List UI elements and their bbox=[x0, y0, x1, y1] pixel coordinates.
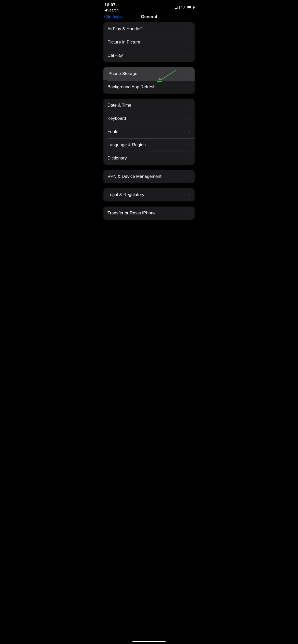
picture-in-picture-row[interactable]: Picture in Picture › bbox=[103, 36, 195, 49]
date-time-row[interactable]: Date & Time › bbox=[103, 99, 195, 112]
fonts-chevron: › bbox=[189, 130, 191, 134]
language-region-label: Language & Region bbox=[107, 142, 146, 148]
nav-bar: ‹ Settings General bbox=[99, 12, 199, 22]
signal-bar-1 bbox=[175, 8, 176, 9]
pip-chevron: › bbox=[189, 40, 191, 44]
background-refresh-row[interactable]: Background App Refresh › bbox=[103, 80, 195, 94]
transfer-reset-row[interactable]: Transfer or Reset iPhone › bbox=[103, 207, 195, 220]
time-display: 10:07 bbox=[104, 3, 118, 8]
language-region-right: › bbox=[189, 143, 191, 147]
battery-icon bbox=[187, 6, 194, 9]
dictionary-row[interactable]: Dictionary › bbox=[103, 152, 195, 165]
battery-fill bbox=[187, 6, 191, 8]
signal-bar-3 bbox=[178, 7, 178, 9]
vpn-device-chevron: › bbox=[189, 174, 191, 179]
keyboard-label: Keyboard bbox=[107, 116, 126, 121]
vpn-device-right: › bbox=[189, 174, 191, 179]
search-back: ◀ Search bbox=[104, 8, 118, 12]
settings-group-1: AirPlay & Handoff › Picture in Picture ›… bbox=[103, 22, 195, 62]
keyboard-chevron: › bbox=[189, 116, 191, 121]
signal-bar-4 bbox=[179, 6, 180, 9]
back-button[interactable]: ‹ Settings bbox=[103, 14, 122, 19]
background-refresh-right: › bbox=[189, 85, 191, 89]
carplay-row[interactable]: CarPlay › bbox=[103, 49, 195, 62]
airplay-handoff-right: › bbox=[189, 27, 191, 31]
airplay-handoff-chevron: › bbox=[189, 27, 191, 31]
keyboard-right: › bbox=[189, 116, 191, 121]
settings-group-3: Date & Time › Keyboard › Fonts › Languag… bbox=[103, 99, 195, 165]
fonts-row[interactable]: Fonts › bbox=[103, 125, 195, 138]
back-chevron-icon: ‹ bbox=[103, 14, 105, 19]
picture-in-picture-label: Picture in Picture bbox=[107, 40, 140, 45]
airplay-handoff-label: AirPlay & Handoff bbox=[107, 26, 142, 32]
settings-content: AirPlay & Handoff › Picture in Picture ›… bbox=[99, 22, 199, 220]
settings-group-6: Transfer or Reset iPhone › bbox=[103, 207, 195, 220]
vpn-device-label: VPN & Device Management bbox=[107, 174, 161, 179]
status-bar: 10:07 ◀ Search bbox=[99, 0, 199, 12]
search-back-label: Search bbox=[107, 8, 118, 12]
vpn-device-row[interactable]: VPN & Device Management › bbox=[103, 170, 195, 183]
transfer-reset-right: › bbox=[189, 211, 191, 215]
fonts-label: Fonts bbox=[107, 129, 118, 134]
iphone-storage-right: › bbox=[189, 72, 191, 76]
settings-group-5: Legal & Regulatory › bbox=[103, 188, 195, 201]
airplay-handoff-row[interactable]: AirPlay & Handoff › bbox=[103, 22, 195, 36]
back-button-label: Settings bbox=[106, 14, 122, 19]
pip-right: › bbox=[189, 40, 191, 44]
transfer-reset-label: Transfer or Reset iPhone bbox=[107, 211, 156, 216]
legal-chevron: › bbox=[189, 193, 191, 197]
legal-right: › bbox=[189, 193, 191, 197]
dictionary-label: Dictionary bbox=[107, 156, 127, 161]
language-region-row[interactable]: Language & Region › bbox=[103, 138, 195, 152]
fonts-right: › bbox=[189, 130, 191, 134]
settings-group-2: iPhone Storage › Background App Refresh … bbox=[103, 67, 195, 94]
date-time-chevron: › bbox=[189, 103, 191, 107]
signal-bar-2 bbox=[176, 8, 177, 9]
wifi-icon bbox=[181, 5, 185, 9]
transfer-reset-chevron: › bbox=[189, 211, 191, 215]
iphone-storage-row[interactable]: iPhone Storage › bbox=[103, 67, 195, 80]
settings-group-4: VPN & Device Management › bbox=[103, 170, 195, 183]
background-refresh-chevron: › bbox=[189, 85, 191, 89]
iphone-storage-label: iPhone Storage bbox=[107, 71, 137, 76]
carplay-right: › bbox=[189, 53, 191, 57]
carplay-chevron: › bbox=[189, 53, 191, 57]
language-region-chevron: › bbox=[189, 143, 191, 147]
legal-row[interactable]: Legal & Regulatory › bbox=[103, 188, 195, 201]
dictionary-chevron: › bbox=[189, 156, 191, 160]
carplay-label: CarPlay bbox=[107, 53, 123, 58]
back-arrow-small: ◀ bbox=[104, 8, 107, 12]
background-refresh-label: Background App Refresh bbox=[107, 84, 156, 90]
keyboard-row[interactable]: Keyboard › bbox=[103, 112, 195, 125]
date-time-label: Date & Time bbox=[107, 103, 131, 108]
date-time-right: › bbox=[189, 103, 191, 107]
status-right bbox=[175, 5, 194, 9]
page-title: General bbox=[141, 14, 157, 19]
svg-line-1 bbox=[159, 70, 177, 81]
iphone-storage-chevron: › bbox=[189, 72, 191, 76]
signal-bars bbox=[175, 6, 180, 9]
legal-label: Legal & Regulatory bbox=[107, 192, 144, 197]
dictionary-right: › bbox=[189, 156, 191, 160]
status-left: 10:07 ◀ Search bbox=[104, 3, 118, 12]
